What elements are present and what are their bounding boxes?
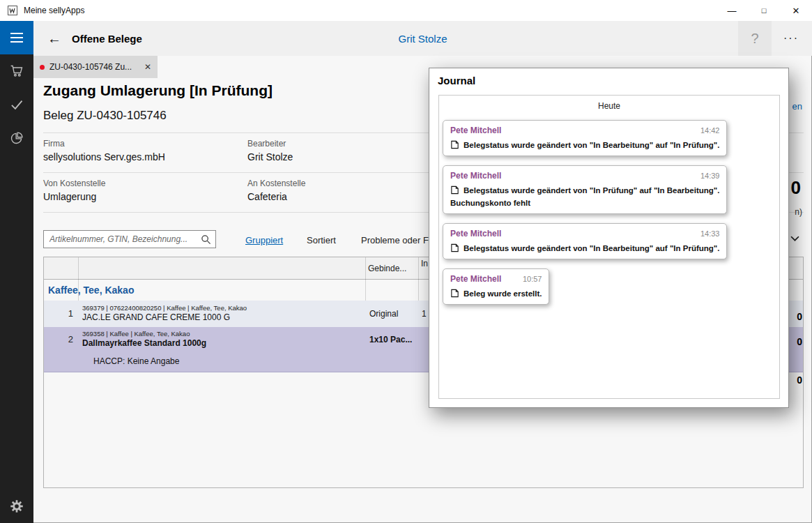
document-title: Zugang Umlagerung [In Prüfung] [43, 82, 273, 99]
sorted-toggle[interactable]: Sortiert [307, 235, 336, 245]
journal-entry: Pete Mitchell 14:33 Belegstatus wurde ge… [443, 223, 727, 259]
column-header-gebinde[interactable]: Gebinde... [368, 264, 406, 273]
in-gebinde-cell: 1 [422, 309, 427, 319]
document-tab[interactable]: ZU-0430-105746 Zu... ✕ [33, 56, 158, 78]
search-input[interactable] [44, 231, 215, 248]
entry-author: Pete Mitchell [450, 126, 501, 135]
sum-value: 0 [797, 374, 802, 386]
checkmark-icon [10, 98, 24, 112]
tab-label: ZU-0430-105746 Zu... [49, 62, 139, 72]
entry-author: Pete Mitchell [450, 229, 501, 238]
sidebar [0, 21, 33, 523]
entry-text: Belegstatus wurde geändert von "In Bearb… [464, 141, 719, 149]
gear-icon [10, 499, 24, 513]
pie-chart-icon [10, 131, 24, 145]
an-kostenstelle-value: Cafeteria [247, 191, 287, 202]
settings-button[interactable] [0, 490, 33, 523]
close-button[interactable]: ✕ [780, 0, 812, 21]
journal-entry: Pete Mitchell 10:57 Beleg wurde erstellt… [443, 268, 549, 305]
article-search [43, 230, 216, 248]
journal-note-icon [450, 140, 459, 149]
article-name: JAC.LE GRAND CAFE CREME 1000 G [82, 312, 230, 322]
journal-dialog: Journal Heute Pete Mitchell 14:42 Belegs… [429, 68, 789, 408]
firma-label: Firma [43, 139, 65, 149]
app-window: Meine sellyApps — □ ✕ [0, 0, 812, 523]
tab-close-button[interactable]: ✕ [144, 62, 151, 72]
maximize-button[interactable]: □ [748, 0, 780, 21]
positions-total: 0 [791, 177, 801, 199]
document-number: Beleg ZU-0430-105746 [43, 109, 167, 123]
minimize-button[interactable]: — [716, 0, 748, 21]
sidebar-item-reports[interactable] [0, 121, 33, 155]
journal-day-label: Heute [439, 101, 779, 111]
more-button[interactable]: ··· [776, 21, 806, 56]
current-user-link[interactable]: Grit Stolze [33, 21, 812, 56]
article-meta: 369379 | 07622400820250 | Kaffee | Kaffe… [82, 304, 247, 312]
entry-text: Beleg wurde erstellt. [464, 289, 542, 298]
hamburger-icon [10, 33, 23, 43]
journal-entry: Pete Mitchell 14:39 Belegstatus wurde ge… [443, 165, 727, 214]
bearbeiter-label: Bearbeiter [247, 139, 286, 149]
titlebar: Meine sellyApps — □ ✕ [0, 0, 812, 21]
unsaved-indicator-dot [40, 65, 45, 70]
grouped-toggle[interactable]: Gruppiert [245, 235, 283, 245]
row-number: 2 [44, 334, 73, 344]
problems-filter[interactable]: Probleme oder Feh [361, 235, 438, 245]
an-kostenstelle-label: An Kostenstelle [247, 179, 305, 188]
article-name: Dallmayrkaffee Standard 1000g [82, 338, 206, 348]
entry-author: Pete Mitchell [450, 171, 501, 181]
window-controls: — □ ✕ [716, 0, 812, 21]
journal-note-icon [450, 185, 459, 195]
app-header: ← Offene Belege Grit Stolze ? ··· [33, 21, 812, 56]
journal-list[interactable]: Heute Pete Mitchell 14:42 Belegstatus wu… [438, 95, 780, 399]
bearbeiter-value: Grit Stolze [247, 151, 293, 162]
search-icon[interactable] [201, 234, 211, 245]
article-meta: 369358 | Kaffee | Kaffee, Tee, Kakao [82, 330, 190, 338]
chevron-down-icon[interactable] [790, 236, 799, 242]
entry-time: 14:33 [681, 229, 720, 238]
row-value: 0 [797, 336, 802, 347]
entry-text: Belegstatus wurde geändert von "In Bearb… [464, 244, 719, 252]
app-icon [7, 5, 18, 16]
journal-note-icon [450, 243, 459, 252]
positions-unit-fragment: n) [795, 207, 802, 217]
gebinde-cell: 1x10 Pac... [369, 335, 412, 344]
menu-button[interactable] [0, 21, 33, 54]
journal-entry: Pete Mitchell 14:42 Belegstatus wurde ge… [443, 120, 727, 156]
journal-note-icon [450, 289, 459, 298]
window-title: Meine sellyApps [24, 0, 84, 21]
journal-title: Journal [438, 75, 475, 86]
von-kostenstelle-value: Umlagerung [43, 191, 96, 202]
entry-text-secondary: Buchungskonto fehlt [450, 199, 719, 207]
sidebar-item-tasks[interactable] [0, 88, 33, 121]
sidebar-item-cart[interactable] [0, 54, 33, 88]
group-label: Kaffee, Tee, Kakao [48, 280, 134, 301]
entry-author: Pete Mitchell [450, 274, 501, 284]
row-number: 1 [44, 308, 73, 319]
cart-icon [10, 64, 24, 78]
entry-time: 14:42 [681, 126, 720, 135]
firma-value: sellysolutions Serv.ges.mbH [43, 151, 165, 162]
row-value: 0 [797, 311, 802, 322]
von-kostenstelle-label: Von Kostenstelle [43, 179, 105, 188]
haccp-note: HACCP: Keine Angabe [93, 356, 179, 366]
entry-text: Belegstatus wurde geändert von "In Prüfu… [464, 186, 719, 195]
entry-time: 10:57 [503, 275, 542, 283]
gebinde-cell: Original [369, 309, 398, 319]
help-button[interactable]: ? [738, 21, 772, 56]
entry-time: 14:39 [681, 172, 720, 180]
right-link-fragment[interactable]: en [792, 101, 802, 112]
